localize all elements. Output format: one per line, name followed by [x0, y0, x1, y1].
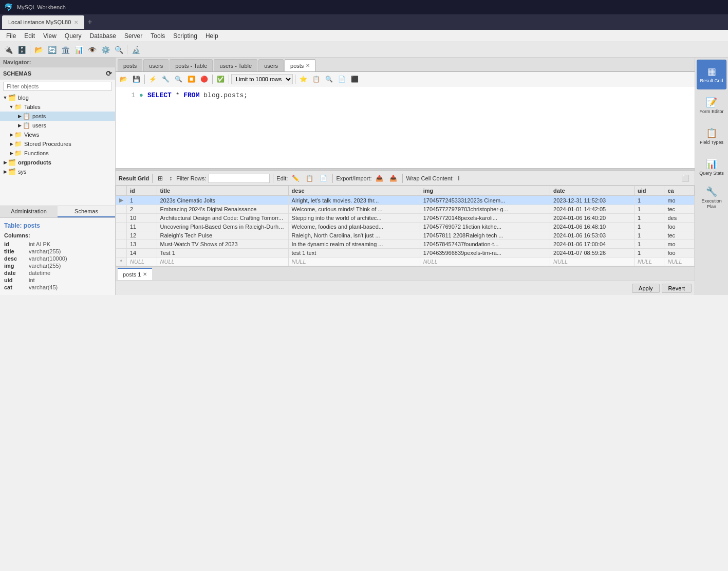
col-header-date[interactable]: date [550, 186, 634, 196]
keyword-select: SELECT [147, 90, 172, 101]
menu-edit[interactable]: Edit [20, 31, 39, 41]
split-view-button[interactable]: ⬜ [680, 173, 692, 183]
toolbar-view[interactable]: 👁️ [86, 44, 98, 56]
search-button[interactable]: 🔍 [323, 73, 335, 85]
export-button[interactable]: 📤 [374, 173, 385, 183]
bottom-tab-posts1[interactable]: posts 1 ✕ [118, 268, 152, 280]
tree-schema-blog[interactable]: ▼ 🗂️ blog [0, 93, 115, 102]
sidebar-field-types-button[interactable]: 📋 Field Types [697, 121, 726, 151]
tree-folder-stored-procedures[interactable]: ▶ 📁 Stored Procedures [0, 139, 115, 149]
nav-tab-schemas[interactable]: Schemas [58, 206, 115, 217]
tree-schema-orgproducts[interactable]: ▶ 🗂️ orgproducts [0, 158, 115, 167]
cell-desc: test 1 text [288, 249, 420, 257]
nav-tab-administration[interactable]: Administration [0, 206, 58, 217]
save-file-button[interactable]: 💾 [130, 73, 142, 85]
instance-tab[interactable]: Local instance MySQL80 ✕ [2, 15, 84, 29]
query-tab-posts-close[interactable]: ✕ [306, 63, 310, 68]
instance-tab-close[interactable]: ✕ [74, 20, 78, 25]
toolbar-procedure[interactable]: ⚙️ [99, 44, 111, 56]
tree-folder-functions[interactable]: ▶ 📁 Functions [0, 149, 115, 158]
table-row[interactable]: 14 Test 1 test 1 text 1704635966839pexel… [116, 249, 695, 257]
code-editor[interactable]: 1 ● SELECT * FROM blog.posts; [116, 86, 695, 169]
toolbar-table[interactable]: 📊 [72, 44, 85, 56]
toolbar-open-sql[interactable]: 📂 [32, 44, 45, 56]
bottom-tabs: posts 1 ✕ [116, 266, 695, 281]
format-button[interactable]: 📄 [336, 73, 348, 85]
query-tab-posts-1[interactable]: posts [118, 59, 142, 71]
table-row[interactable]: 13 Must-Watch TV Shows of 2023 In the dy… [116, 240, 695, 249]
table-row[interactable]: 10 Architectural Design and Code: Crafti… [116, 214, 695, 223]
filter-input[interactable] [3, 82, 112, 91]
table-users-label: users [32, 122, 46, 128]
wrap-cell-button[interactable]: Ī [456, 173, 461, 183]
import-button[interactable]: 📥 [387, 173, 399, 183]
tree-folder-views[interactable]: ▶ 📁 Views [0, 130, 115, 139]
toggle-button[interactable]: ✅ [215, 73, 227, 85]
table-row[interactable]: 12 Raleigh's Tech Pulse Raleigh, North C… [116, 231, 695, 240]
open-file-button[interactable]: 📂 [118, 73, 129, 85]
copy-row-button[interactable]: 📋 [304, 173, 315, 183]
limit-select[interactable]: Limit to 1000 rows No Limit Limit to 10 … [231, 74, 293, 84]
explain-button[interactable]: 🔍 [173, 73, 184, 85]
filter-rows-icon[interactable]: ↕️ [167, 173, 174, 183]
toolbar-new-connection[interactable]: 🔌 [2, 44, 14, 56]
col-header-desc[interactable]: desc [288, 186, 420, 196]
stop-button[interactable]: ⏹️ [185, 73, 197, 85]
toolbar-schema[interactable]: 🏛️ [59, 44, 71, 56]
columns-button[interactable]: ⬛ [349, 73, 361, 85]
tree-folder-tables[interactable]: ▼ 📁 Tables [0, 102, 115, 112]
filter-rows-input[interactable] [208, 174, 270, 183]
paste-row-button[interactable]: 📄 [318, 173, 329, 183]
cell-title: Raleigh's Tech Pulse [157, 231, 288, 240]
table-row[interactable]: 11 Uncovering Plant-Based Gems in Raleig… [116, 223, 695, 231]
grid-view-button[interactable]: ⊞ [156, 173, 165, 183]
sidebar-result-grid-button[interactable]: ▦ Result Grid [697, 60, 726, 89]
toolbar-search[interactable]: 🔍 [113, 44, 125, 56]
query-tab-users-2[interactable]: users [258, 59, 284, 71]
menu-scripting[interactable]: Scripting [169, 31, 201, 41]
bookmark-button[interactable]: ⭐ [297, 73, 309, 85]
col-header-uid[interactable]: uid [634, 186, 664, 196]
menu-help[interactable]: Help [201, 31, 222, 41]
col-header-id[interactable]: id [127, 186, 157, 196]
sidebar-execution-plan-button[interactable]: 🔧 Execution Plan [697, 183, 726, 213]
menu-database[interactable]: Database [86, 31, 120, 41]
query-tab-users-table[interactable]: users - Table [214, 59, 257, 71]
copy-button[interactable]: 📋 [310, 73, 322, 85]
refresh-button[interactable]: 🔴 [198, 73, 210, 85]
tree-schema-sys[interactable]: ▶ 🗂️ sys [0, 167, 115, 176]
toolbar-inspector[interactable]: 🔬 [129, 44, 142, 56]
result-sep [152, 174, 153, 183]
query-tab-posts-active[interactable]: posts ✕ [285, 59, 315, 71]
menu-server[interactable]: Server [120, 31, 146, 41]
tree-table-posts[interactable]: ▶ 📋 posts [0, 112, 115, 121]
new-tab-button[interactable]: + [87, 17, 92, 27]
table-row[interactable]: 2 Embracing 2024's Digital Renaissance W… [116, 205, 695, 214]
edit-button[interactable]: ✏️ [290, 173, 302, 183]
execute-selected-button[interactable]: 🔧 [160, 73, 172, 85]
execute-button[interactable]: ⚡ [147, 73, 159, 85]
tree-table-users[interactable]: ▶ 📋 users [0, 121, 115, 130]
toolbar-manage-connections[interactable]: 🗄️ [15, 44, 28, 56]
menu-file[interactable]: File [2, 31, 20, 41]
menu-view[interactable]: View [39, 31, 61, 41]
sidebar-query-stats-button[interactable]: 📊 Query Stats [697, 152, 726, 182]
menu-query[interactable]: Query [61, 31, 86, 41]
menu-tools[interactable]: Tools [146, 31, 169, 41]
schemas-refresh-icon[interactable]: ⟳ [106, 69, 112, 78]
query-tab-users[interactable]: users [143, 59, 169, 71]
info-columns-list: id int AI PK title varchar(255) desc var… [4, 241, 111, 291]
sidebar-form-editor-button[interactable]: 📝 Form Editor [697, 90, 726, 120]
bottom-tab-close[interactable]: ✕ [143, 271, 147, 277]
table-row[interactable]: * NULL NULL NULL NULL NULL NULL NULL [116, 257, 695, 266]
col-header-cat[interactable]: ca [664, 186, 695, 196]
table-row[interactable]: ▶ 1 2023s Cinematic Jolts Alright, let's… [116, 196, 695, 205]
revert-button[interactable]: Revert [662, 284, 692, 293]
query-tab-posts-table[interactable]: posts - Table [170, 59, 213, 71]
col-header-title[interactable]: title [157, 186, 288, 196]
cell-cat: NULL [664, 257, 695, 266]
col-header-img[interactable]: img [420, 186, 550, 196]
toolbar-refresh[interactable]: 🔄 [46, 44, 58, 56]
row-arrow: ▶ [116, 196, 127, 205]
apply-button[interactable]: Apply [632, 284, 660, 293]
